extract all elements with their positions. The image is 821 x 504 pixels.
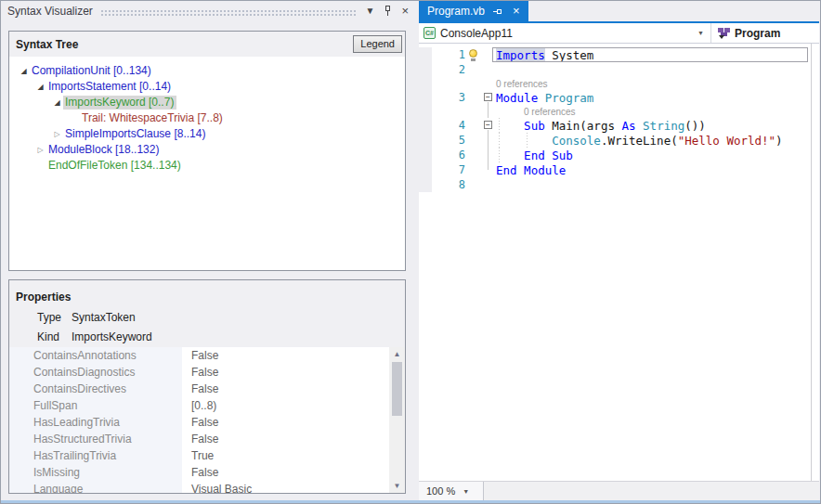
properties-scrollbar[interactable]: ▲ ▼ [389, 347, 405, 493]
property-row[interactable]: HasStructuredTriviaFalse [9, 431, 405, 447]
codelens-references-link[interactable]: 0 references [496, 107, 576, 117]
tool-window-titlebar[interactable]: Syntax Visualizer ▼ × [1, 1, 414, 21]
outline-margin [481, 77, 496, 90]
code-line[interactable]: 5 Console.WriteLine("Hello World!") [419, 133, 810, 148]
code-text[interactable] [496, 62, 810, 77]
editor-bottom-bar: 100 % ▼ [419, 481, 819, 500]
code-line[interactable]: 2 [419, 62, 810, 77]
codelens-references-link[interactable]: 0 references [496, 79, 548, 89]
tab-program-vb[interactable]: Program.vb × [419, 1, 528, 21]
lightbulb-icon[interactable] [469, 49, 478, 61]
tree-node[interactable]: ◢ImportsStatement [0..14) [9, 79, 405, 95]
code-text[interactable]: End Module [496, 162, 810, 177]
outline-margin: − [481, 90, 496, 105]
property-row[interactable]: HasLeadingTriviaFalse [9, 414, 405, 431]
indent-guide [499, 148, 500, 162]
property-row[interactable]: FullSpan[0..8) [9, 397, 405, 414]
line-number: 2 [432, 63, 465, 76]
property-row[interactable]: ContainsDirectivesFalse [9, 381, 405, 397]
code-text[interactable]: Module Program [496, 90, 810, 105]
zoom-dropdown[interactable]: 100 % ▼ [419, 482, 484, 500]
window-menu-chevron-icon[interactable]: ▼ [366, 6, 375, 16]
line-number: 4 [432, 119, 465, 132]
property-row[interactable]: ContainsAnnotationsFalse [9, 347, 405, 364]
member-dropdown[interactable]: Program [711, 23, 819, 43]
property-name: IsMissing [9, 464, 182, 481]
chevron-down-icon[interactable]: ▼ [691, 30, 710, 36]
code-text[interactable]: Console.WriteLine("Hello World!") [496, 133, 810, 148]
code-editor[interactable]: 1Imports System20 references3−Module Pro… [419, 44, 819, 481]
scrollbar-thumb[interactable] [392, 362, 402, 416]
tree-node[interactable]: Trail: WhitespaceTrivia [7..8) [9, 110, 405, 126]
legend-button[interactable]: Legend [353, 35, 402, 53]
pin-icon[interactable] [384, 6, 392, 17]
code-line[interactable]: 4− Sub Main(args As String()) [419, 118, 810, 133]
tree-expander-icon[interactable]: ▷ [51, 130, 63, 138]
code-line[interactable]: 1Imports System [419, 47, 810, 62]
close-icon[interactable]: × [401, 6, 409, 17]
tab-close-icon[interactable]: × [513, 6, 520, 17]
tree-node[interactable]: ▷ModuleBlock [18..132) [9, 142, 405, 158]
collapse-region-icon[interactable]: − [484, 93, 492, 101]
code-token [636, 119, 644, 133]
scroll-down-icon[interactable]: ▼ [389, 479, 405, 493]
glyph-margin [419, 133, 432, 148]
codelens-row[interactable]: 0 references [419, 77, 810, 90]
project-dropdown[interactable]: C# ConsoleApp11 ▼ [419, 23, 711, 43]
syntax-tree[interactable]: ◢CompilationUnit [0..134)◢ImportsStateme… [9, 57, 405, 270]
glyph-margin [419, 77, 432, 90]
tree-expander-icon[interactable]: ◢ [18, 67, 30, 75]
tree-node-label: ModuleBlock [18..132) [46, 143, 162, 157]
property-name: ContainsAnnotations [9, 347, 182, 364]
code-text[interactable]: Imports System [496, 47, 810, 62]
code-token: Program [545, 91, 594, 105]
glyph-margin [419, 62, 432, 77]
scroll-up-icon[interactable]: ▲ [389, 347, 405, 361]
property-row[interactable]: HasTrailingTriviaTrue [9, 447, 405, 464]
code-token [545, 119, 553, 133]
outline-margin [481, 105, 496, 118]
tree-expander-icon[interactable]: ◢ [34, 83, 46, 91]
code-text[interactable]: 0 references [496, 105, 810, 118]
line-number: 5 [432, 134, 465, 147]
property-name: ContainsDiagnostics [9, 364, 182, 381]
tree-expander-icon[interactable]: ◢ [51, 98, 63, 107]
syntax-tree-header: Syntax Tree [16, 38, 78, 51]
property-row[interactable]: ContainsDiagnosticsFalse [9, 364, 405, 381]
drag-grip[interactable] [100, 9, 357, 16]
editor-vertical-scrollbar[interactable] [811, 44, 819, 481]
property-name: Language [9, 481, 182, 493]
code-text[interactable]: Sub Main(args As String()) [496, 118, 810, 133]
tree-node[interactable]: ◢CompilationUnit [0..134) [9, 63, 405, 79]
tree-expander-icon[interactable]: ▷ [34, 146, 46, 154]
tab-pin-icon[interactable] [493, 7, 504, 16]
chevron-down-icon[interactable]: ▼ [463, 488, 469, 495]
code-line[interactable]: 3−Module Program [419, 90, 810, 105]
outline-margin [481, 162, 496, 177]
code-text[interactable] [496, 177, 810, 192]
codelens-row[interactable]: 0 references [419, 105, 810, 118]
tree-node[interactable]: ◢ImportsKeyword [0..7) [9, 95, 405, 110]
code-token [496, 149, 524, 162]
properties-header: Properties [16, 291, 71, 304]
code-line[interactable]: 8 [419, 177, 810, 192]
code-text[interactable]: End Sub [496, 148, 810, 162]
property-meta-row: Type SyntaxToken [9, 308, 405, 328]
navigation-bar: C# ConsoleApp11 ▼ Program [419, 23, 819, 44]
tree-node-label: SimpleImportsClause [8..14) [63, 127, 208, 141]
code-token: Sub [524, 119, 545, 133]
meta-name: Kind [37, 330, 72, 343]
code-token: Console [552, 134, 601, 148]
code-token: String [643, 119, 684, 133]
editor-horizontal-scrollbar[interactable] [484, 482, 819, 500]
code-line[interactable]: 7End Module [419, 162, 810, 177]
code-line[interactable]: 6 End Sub [419, 148, 810, 162]
code-text[interactable]: 0 references [496, 77, 810, 90]
property-row[interactable]: IsMissingFalse [9, 464, 405, 481]
code-token: End Sub [524, 149, 573, 162]
tree-node[interactable]: EndOfFileToken [134..134) [9, 158, 405, 174]
property-row[interactable]: LanguageVisual Basic [9, 481, 405, 493]
code-token: End Module [496, 163, 566, 177]
collapse-region-icon[interactable]: − [484, 121, 492, 129]
tree-node[interactable]: ▷SimpleImportsClause [8..14) [9, 126, 405, 142]
